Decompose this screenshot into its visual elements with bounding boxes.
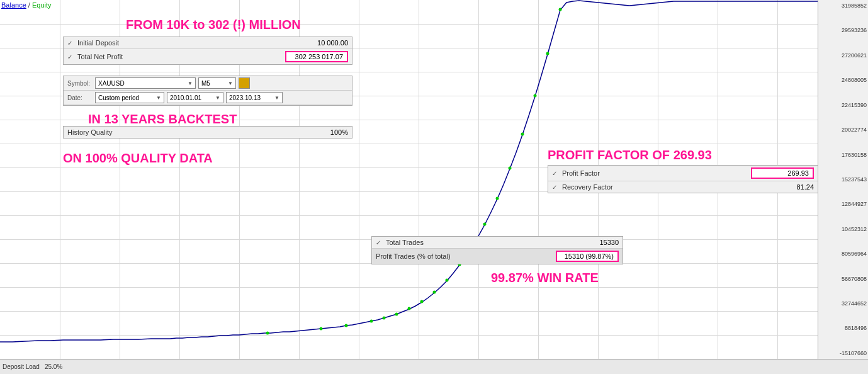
symbol-color-button[interactable] bbox=[239, 77, 250, 89]
right-axis: 31985852 29593236 27200621 24808005 2241… bbox=[818, 0, 868, 359]
bottom-bar: Deposit Load 25.0% bbox=[0, 359, 868, 374]
axis-label-10: 80596964 bbox=[820, 251, 867, 257]
slash: / bbox=[26, 1, 32, 9]
timeframe-value: M5 bbox=[201, 80, 210, 87]
total-profit-value: 302 253 017.07 bbox=[285, 51, 348, 62]
recovery-factor-label: Recovery Factor bbox=[562, 183, 613, 191]
svg-point-9 bbox=[446, 279, 449, 282]
svg-point-1 bbox=[320, 327, 323, 331]
equity-label: Equity bbox=[32, 1, 52, 9]
svg-point-6 bbox=[408, 307, 411, 310]
svg-point-15 bbox=[521, 133, 524, 136]
axis-label-0: 31985852 bbox=[820, 3, 867, 9]
svg-point-7 bbox=[420, 300, 424, 303]
recovery-factor-row: ✓ Recovery Factor 81.24 bbox=[548, 181, 818, 193]
axis-label-5: 20022774 bbox=[820, 127, 867, 133]
total-trades-row: ✓ Total Trades 15330 bbox=[372, 237, 623, 249]
timeframe-input[interactable]: M5 ▼ bbox=[198, 77, 236, 89]
axis-label-2: 27200621 bbox=[820, 52, 867, 59]
axis-label-12: 32744652 bbox=[820, 300, 867, 307]
profit-trades-label: Profit Trades (% of total) bbox=[376, 252, 556, 260]
axis-label-4: 22415390 bbox=[820, 102, 867, 108]
date-to-arrow: ▼ bbox=[274, 95, 279, 101]
quality-label: History Quality bbox=[67, 128, 285, 136]
axis-label-8: 12844927 bbox=[820, 201, 867, 207]
quality-row: History Quality 100% bbox=[64, 127, 352, 138]
svg-point-0 bbox=[266, 332, 269, 335]
chart-legend: Balance / Equity bbox=[1, 1, 52, 9]
svg-point-13 bbox=[496, 197, 499, 200]
initial-deposit-row: ✓ Initial Deposit 10 000.00 bbox=[64, 37, 352, 49]
svg-point-2 bbox=[345, 324, 348, 327]
symbol-value: XAUUSD bbox=[98, 80, 125, 87]
symbol-dropdown-arrow: ▼ bbox=[188, 81, 193, 86]
deposit-load-label: Deposit Load bbox=[3, 363, 40, 370]
quality-panel: History Quality 100% bbox=[63, 126, 352, 139]
profit-trades-value: 15310 (99.87%) bbox=[556, 251, 619, 262]
preset-dropdown-arrow: ▼ bbox=[156, 95, 161, 101]
svg-point-18 bbox=[559, 8, 562, 11]
date-to-input[interactable]: 2023.10.13 ▼ bbox=[226, 92, 283, 103]
svg-point-14 bbox=[509, 167, 512, 170]
symbol-label: Symbol: bbox=[67, 80, 93, 87]
tf-dropdown-arrow: ▼ bbox=[228, 81, 233, 86]
axis-label-9: 10452312 bbox=[820, 226, 867, 232]
svg-point-16 bbox=[534, 94, 537, 98]
date-preset-value: Custom period bbox=[98, 94, 139, 101]
total-trades-label: Total Trades bbox=[386, 239, 424, 246]
chart-area: Balance / Equity FROM 10K to 302 (!) MIL… bbox=[0, 0, 837, 359]
date-from-arrow: ▼ bbox=[215, 95, 220, 101]
axis-label-1: 29593236 bbox=[820, 27, 867, 33]
date-to-value: 2023.10.13 bbox=[229, 94, 261, 101]
date-preset-input[interactable]: Custom period ▼ bbox=[95, 92, 164, 103]
svg-point-3 bbox=[370, 320, 373, 323]
deposit-panel: ✓ Initial Deposit 10 000.00 ✓ Total Net … bbox=[63, 37, 352, 65]
total-trades-value: 15330 bbox=[556, 239, 619, 246]
date-row: Date: Custom period ▼ 2010.01.01 ▼ 2023.… bbox=[64, 91, 352, 105]
trades-panel: ✓ Total Trades 15330 Profit Trades (% of… bbox=[371, 236, 623, 264]
symbol-panel: Symbol: XAUUSD ▼ M5 ▼ Date: Custom perio… bbox=[63, 76, 352, 106]
svg-point-5 bbox=[395, 313, 398, 316]
quality-value: 100% bbox=[285, 128, 348, 136]
svg-point-8 bbox=[433, 291, 436, 294]
initial-deposit-value: 10 000.00 bbox=[285, 39, 348, 47]
axis-label-13: 8818496 bbox=[820, 325, 867, 331]
total-profit-row: ✓ Total Net Profit 302 253 017.07 bbox=[64, 49, 352, 64]
svg-point-17 bbox=[546, 52, 550, 55]
date-label: Date: bbox=[67, 94, 93, 101]
svg-point-12 bbox=[483, 223, 487, 226]
date-from-value: 2010.01.01 bbox=[170, 94, 201, 101]
axis-label-3: 24808005 bbox=[820, 77, 867, 83]
balance-label: Balance bbox=[1, 1, 26, 9]
profit-factor-panel: ✓ Profit Factor 269.93 ✓ Recovery Factor… bbox=[548, 165, 818, 193]
total-profit-label: Total Net Profit bbox=[77, 53, 123, 60]
profit-factor-label: Profit Factor bbox=[562, 169, 600, 177]
date-from-input[interactable]: 2010.01.01 ▼ bbox=[167, 92, 223, 103]
deposit-load-value: 25.0% bbox=[45, 363, 62, 370]
symbol-row: Symbol: XAUUSD ▼ M5 ▼ bbox=[64, 76, 352, 91]
symbol-input[interactable]: XAUUSD ▼ bbox=[95, 77, 196, 89]
axis-label-11: 56670808 bbox=[820, 276, 867, 282]
svg-point-4 bbox=[383, 317, 386, 320]
axis-label-6: 17630158 bbox=[820, 152, 867, 158]
axis-label-7: 15237543 bbox=[820, 176, 867, 183]
profit-factor-row: ✓ Profit Factor 269.93 bbox=[548, 166, 818, 181]
recovery-factor-value: 81.24 bbox=[751, 183, 814, 191]
axis-label-14: -15107660 bbox=[820, 350, 867, 356]
initial-deposit-label: Initial Deposit bbox=[77, 39, 119, 47]
profit-factor-value: 269.93 bbox=[751, 167, 814, 179]
profit-trades-row: Profit Trades (% of total) 15310 (99.87%… bbox=[372, 249, 623, 264]
